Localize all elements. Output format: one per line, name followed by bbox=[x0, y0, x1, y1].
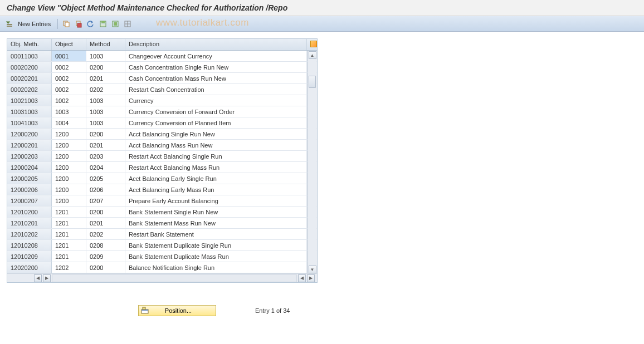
cell-object[interactable]: 1200 bbox=[52, 129, 86, 139]
cell-description[interactable]: Bank Statement Mass Run New bbox=[125, 218, 307, 228]
deselect-all-icon[interactable] bbox=[123, 19, 133, 29]
cell-object[interactable]: 0002 bbox=[52, 62, 86, 72]
cell-method[interactable]: 0201 bbox=[86, 73, 125, 83]
table-row[interactable]: 0002020200020202Restart Cash Concentrati… bbox=[7, 84, 317, 95]
table-row[interactable]: 1201020012010200Bank Statement Single Ru… bbox=[7, 207, 317, 218]
cell-description[interactable]: Bank Statement Duplicate Single Run bbox=[125, 240, 307, 250]
cell-object[interactable]: 1003 bbox=[52, 106, 86, 117]
cell-description[interactable]: Bank Statement Duplicate Mass Run bbox=[125, 251, 307, 262]
hscroll-left-button[interactable]: ◀ bbox=[34, 274, 42, 282]
table-row[interactable]: 0001100300011003Changeover Account Curre… bbox=[7, 51, 317, 62]
select-all-icon[interactable] bbox=[110, 19, 120, 29]
cell-obj-meth[interactable]: 12010202 bbox=[7, 229, 52, 239]
cell-method[interactable]: 0200 bbox=[86, 262, 125, 273]
cell-method[interactable]: 0202 bbox=[86, 84, 125, 95]
cell-description[interactable]: Changeover Account Currency bbox=[125, 51, 307, 61]
cell-object[interactable]: 1201 bbox=[52, 207, 86, 217]
hscroll-right2-button[interactable]: ▶ bbox=[307, 274, 315, 282]
cell-object[interactable]: 1200 bbox=[52, 151, 86, 161]
table-row[interactable]: 1200020112000201Acct Balancing Mass Run … bbox=[7, 140, 317, 151]
cell-object[interactable]: 0002 bbox=[52, 73, 86, 83]
cell-obj-meth[interactable]: 12010200 bbox=[7, 207, 52, 217]
scroll-down-button[interactable]: ▼ bbox=[309, 266, 316, 273]
cell-object[interactable]: 1200 bbox=[52, 195, 86, 206]
cell-obj-meth[interactable]: 12010209 bbox=[7, 251, 52, 262]
col-description[interactable]: Description bbox=[125, 39, 307, 50]
cell-obj-meth[interactable]: 10031003 bbox=[7, 106, 52, 117]
cell-object[interactable]: 1004 bbox=[52, 117, 86, 128]
table-row[interactable]: 1200020012000200Acct Balancing Single Ru… bbox=[7, 129, 317, 140]
cell-description[interactable]: Acct Balancing Early Mass Run bbox=[125, 184, 307, 195]
cell-method[interactable]: 0201 bbox=[86, 218, 125, 228]
cell-object[interactable]: 1201 bbox=[52, 218, 86, 228]
cell-description[interactable]: Cash Concentration Mass Run New bbox=[125, 73, 307, 83]
cell-obj-meth[interactable]: 00011003 bbox=[7, 51, 52, 61]
cell-method[interactable]: 1003 bbox=[86, 106, 125, 117]
table-row[interactable]: 1004100310041003Currency Conversion of P… bbox=[7, 117, 317, 129]
cell-description[interactable]: Acct Balancing Mass Run New bbox=[125, 140, 307, 150]
cell-method[interactable]: 0205 bbox=[86, 173, 125, 184]
cell-description[interactable]: Acct Balancing Early Single Run bbox=[125, 173, 307, 184]
cell-method[interactable]: 0209 bbox=[86, 251, 125, 262]
cell-object[interactable]: 1200 bbox=[52, 140, 86, 150]
cell-obj-meth[interactable]: 00020201 bbox=[7, 73, 52, 83]
cell-description[interactable]: Currency bbox=[125, 95, 307, 106]
cell-method[interactable]: 1003 bbox=[86, 117, 125, 128]
table-row[interactable]: 1201020212010202Restart Bank Statement bbox=[7, 229, 317, 240]
table-row[interactable]: 1200020612000206Acct Balancing Early Mas… bbox=[7, 184, 317, 195]
copy-icon[interactable] bbox=[61, 19, 71, 29]
cell-description[interactable]: Bank Statement Single Run New bbox=[125, 207, 307, 217]
cell-description[interactable]: Restart Cash Concentration bbox=[125, 84, 307, 95]
cell-obj-meth[interactable]: 12000205 bbox=[7, 173, 52, 184]
cell-description[interactable]: Cash Concentration Single Run New bbox=[125, 62, 307, 72]
cell-description[interactable]: Currency Conversion of Planned Item bbox=[125, 117, 307, 128]
cell-method[interactable]: 0208 bbox=[86, 240, 125, 250]
cell-method[interactable]: 0200 bbox=[86, 207, 125, 217]
cell-object[interactable]: 0001 bbox=[52, 51, 86, 61]
table-row[interactable]: 0002020100020201Cash Concentration Mass … bbox=[7, 73, 317, 84]
cell-obj-meth[interactable]: 12020200 bbox=[7, 262, 52, 273]
cell-obj-meth[interactable]: 12000206 bbox=[7, 184, 52, 195]
cell-obj-meth[interactable]: 00020202 bbox=[7, 84, 52, 95]
cell-description[interactable]: Prepare Early Account Balancing bbox=[125, 195, 307, 206]
table-row[interactable]: 1200020712000207Prepare Early Account Ba… bbox=[7, 195, 317, 207]
cell-method[interactable]: 0207 bbox=[86, 195, 125, 206]
cell-obj-meth[interactable]: 12000203 bbox=[7, 151, 52, 161]
cell-object[interactable]: 1200 bbox=[52, 162, 86, 173]
cell-method[interactable]: 1003 bbox=[86, 95, 125, 106]
cell-method[interactable]: 0201 bbox=[86, 140, 125, 150]
cell-description[interactable]: Acct Balancing Single Run New bbox=[125, 129, 307, 139]
col-options[interactable] bbox=[307, 39, 317, 50]
cell-method[interactable]: 0204 bbox=[86, 162, 125, 173]
col-obj-meth[interactable]: Obj. Meth. bbox=[7, 39, 52, 50]
cell-obj-meth[interactable]: 10021003 bbox=[7, 95, 52, 106]
col-method[interactable]: Method bbox=[86, 39, 125, 50]
cell-obj-meth[interactable]: 12010201 bbox=[7, 218, 52, 228]
cell-method[interactable]: 0203 bbox=[86, 151, 125, 161]
toggle-icon[interactable] bbox=[4, 19, 14, 29]
cell-object[interactable]: 1201 bbox=[52, 251, 86, 262]
save-icon[interactable] bbox=[98, 19, 108, 29]
cell-object[interactable]: 1201 bbox=[52, 229, 86, 239]
cell-method[interactable]: 0200 bbox=[86, 129, 125, 139]
hscroll-track[interactable] bbox=[52, 274, 297, 282]
table-row[interactable]: 1003100310031003Currency Conversion of F… bbox=[7, 106, 317, 117]
cell-description[interactable]: Restart Bank Statement bbox=[125, 229, 307, 239]
cell-method[interactable]: 1003 bbox=[86, 51, 125, 61]
cell-description[interactable]: Currency Conversion of Forward Order bbox=[125, 106, 307, 117]
cell-obj-meth[interactable]: 00020200 bbox=[7, 62, 52, 72]
cell-description[interactable]: Restart Acct Balancing Mass Run bbox=[125, 162, 307, 173]
vertical-scrollbar[interactable]: ▲ ▼ bbox=[308, 51, 316, 273]
cell-obj-meth[interactable]: 12000207 bbox=[7, 195, 52, 206]
cell-object[interactable]: 1200 bbox=[52, 184, 86, 195]
cell-object[interactable]: 1200 bbox=[52, 173, 86, 184]
delete-icon[interactable] bbox=[74, 19, 84, 29]
cell-obj-meth[interactable]: 12000200 bbox=[7, 129, 52, 139]
cell-object[interactable]: 0002 bbox=[52, 84, 86, 95]
cell-method[interactable]: 0206 bbox=[86, 184, 125, 195]
cell-object[interactable]: 1201 bbox=[52, 240, 86, 250]
cell-obj-meth[interactable]: 12000204 bbox=[7, 162, 52, 173]
table-row[interactable]: 0002020000020200Cash Concentration Singl… bbox=[7, 62, 317, 73]
cell-object[interactable]: 1002 bbox=[52, 95, 86, 106]
cell-method[interactable]: 0202 bbox=[86, 229, 125, 239]
